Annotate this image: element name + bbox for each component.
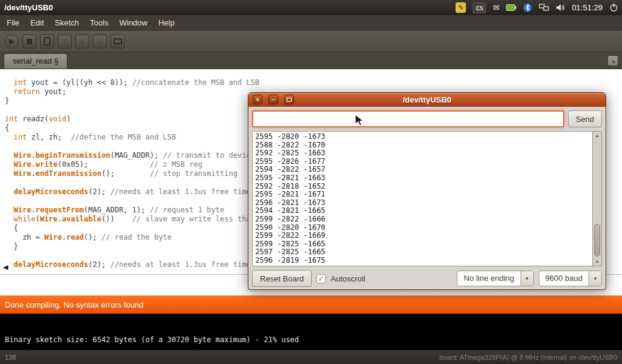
stop-button[interactable] bbox=[22, 35, 36, 49]
serial-line: 2595 -2826 -1677 bbox=[255, 158, 592, 166]
serial-output-lines: 2595 -2820 -16732588 -2822 -16702592 -28… bbox=[253, 132, 592, 266]
tab-label: serial_read § bbox=[13, 56, 58, 66]
menu-sketch[interactable]: Sketch bbox=[49, 15, 84, 31]
check-icon: ✓ bbox=[318, 275, 324, 283]
minimize-button[interactable]: − bbox=[268, 95, 278, 104]
serial-monitor-title: /dev/ttyUSB0 bbox=[248, 93, 606, 107]
serial-monitor-body: Send 2595 -2820 -16732588 -2822 -1670259… bbox=[248, 107, 606, 291]
autoscroll-checkbox[interactable]: ✓ bbox=[316, 274, 326, 283]
serial-line: 2596 -2821 -1673 bbox=[255, 199, 592, 207]
editor-scroll-left-icon[interactable]: ◀ bbox=[3, 263, 8, 271]
serial-line: 2596 -2819 -1675 bbox=[255, 257, 592, 265]
serial-line: 2599 -2825 -1665 bbox=[255, 240, 592, 249]
menu-help[interactable]: Help bbox=[153, 15, 180, 31]
toolbar: ▶ ↑ ↓ → bbox=[0, 31, 622, 52]
power-icon[interactable] bbox=[609, 3, 618, 12]
serial-line: 2588 -2822 -1670 bbox=[255, 141, 592, 150]
serial-line: 2594 -2822 -1657 bbox=[255, 166, 592, 174]
serial-monitor-window: × − /dev/ttyUSB0 Send 2595 -2820 -167325… bbox=[248, 92, 606, 290]
tab-serial-read[interactable]: serial_read § bbox=[4, 53, 67, 69]
reset-board-button[interactable]: Reset Board bbox=[252, 270, 312, 287]
serial-line: 2595 -2821 -1671 bbox=[255, 190, 592, 199]
bluetooth-icon[interactable] bbox=[523, 3, 532, 12]
console-text: Binary sketch size: 6542 bytes (of a 307… bbox=[5, 335, 299, 344]
serial-scrollbar[interactable]: ▲ ▼ bbox=[592, 132, 601, 266]
volume-icon[interactable] bbox=[556, 4, 565, 12]
chevron-down-icon[interactable]: ▾ bbox=[521, 271, 533, 286]
top-panel: /dev/ttyUSB0 ✎ cs ✉ 01:51:29 bbox=[0, 0, 622, 15]
menu-file[interactable]: File bbox=[1, 15, 25, 31]
verify-button[interactable]: ▶ bbox=[5, 35, 19, 49]
serial-line: 2592 -2825 -1663 bbox=[255, 149, 592, 158]
serial-line: 2594 -2821 -1665 bbox=[255, 207, 592, 215]
save-button[interactable]: ↓ bbox=[75, 35, 89, 49]
baud-rate-select[interactable]: 9600 baud ▾ bbox=[539, 271, 602, 286]
serial-output: 2595 -2820 -16732588 -2822 -16702592 -28… bbox=[252, 131, 602, 266]
chevron-down-icon[interactable]: ▾ bbox=[589, 271, 601, 286]
menu-tools[interactable]: Tools bbox=[84, 15, 114, 31]
code-line: int yout = (yl|(yh << 8)); //concatenate… bbox=[5, 78, 622, 87]
new-sketch-icon bbox=[44, 37, 50, 46]
upload-button[interactable]: → bbox=[93, 35, 107, 49]
menu-edit[interactable]: Edit bbox=[25, 15, 49, 31]
new-sketch-button[interactable] bbox=[40, 35, 54, 49]
status-bar: Done compiling. No syntax errors found bbox=[0, 295, 622, 314]
status-message: Done compiling. No syntax errors found bbox=[0, 300, 143, 309]
menu-bar: File Edit Sketch Tools Window Help bbox=[0, 15, 622, 31]
serial-line: 2597 -2825 -1665 bbox=[255, 248, 592, 257]
battery-icon[interactable] bbox=[506, 4, 516, 11]
scroll-up-icon[interactable]: ▲ bbox=[593, 132, 601, 140]
notes-icon[interactable]: ✎ bbox=[456, 2, 466, 13]
serial-line: 2599 -2822 -1666 bbox=[255, 215, 592, 224]
serial-line: 2599 -2822 -1669 bbox=[255, 232, 592, 240]
menu-window[interactable]: Window bbox=[114, 15, 152, 31]
console-output: Binary sketch size: 6542 bytes (of a 307… bbox=[0, 314, 622, 350]
scroll-down-icon[interactable]: ▼ bbox=[593, 258, 601, 266]
network-icon[interactable] bbox=[539, 4, 549, 12]
indicator-area: ✎ cs ✉ 01:51:29 bbox=[456, 0, 622, 15]
scrollbar-thumb[interactable] bbox=[594, 224, 600, 256]
serial-line: 2595 -2820 -1673 bbox=[255, 133, 592, 141]
open-button[interactable]: ↑ bbox=[58, 35, 72, 49]
ide-status-strip: 138 board: ATmega328P(A) @ 8 MHz (intern… bbox=[0, 350, 622, 364]
serial-input[interactable] bbox=[252, 110, 564, 127]
desktop: /dev/ttyUSB0 ✎ cs ✉ 01:51:29 File bbox=[0, 0, 622, 364]
serial-line: 2592 -2818 -1652 bbox=[255, 183, 592, 191]
mail-icon[interactable]: ✉ bbox=[493, 3, 499, 12]
board-info: board: ATmega328P(A) @ 8 MHz (internal) … bbox=[439, 354, 622, 361]
close-button[interactable]: × bbox=[253, 95, 262, 104]
serial-monitor-titlebar[interactable]: × − /dev/ttyUSB0 bbox=[248, 93, 606, 107]
keyboard-layout-indicator[interactable]: cs bbox=[473, 2, 486, 13]
tab-list-button[interactable]: ↘ bbox=[607, 55, 618, 66]
autoscroll-label: Autoscroll bbox=[330, 274, 365, 283]
serial-monitor-controls: Reset Board ✓ Autoscroll No line ending … bbox=[252, 270, 602, 287]
line-number: 138 bbox=[0, 354, 16, 361]
serial-line: 2595 -2821 -1663 bbox=[255, 174, 592, 183]
serial-monitor-button[interactable] bbox=[111, 35, 125, 49]
mouse-cursor bbox=[355, 114, 364, 127]
stop-icon bbox=[27, 39, 32, 44]
serial-monitor-icon bbox=[114, 38, 122, 44]
serial-line: 2590 -2820 -1670 bbox=[255, 224, 592, 232]
window-buttons: × − bbox=[253, 95, 294, 104]
line-ending-select[interactable]: No line ending ▾ bbox=[457, 271, 533, 286]
line-ending-value: No line ending bbox=[457, 271, 520, 286]
maximize-icon bbox=[287, 98, 292, 102]
serial-input-row: Send bbox=[252, 110, 602, 127]
window-title: /dev/ttyUSB0 bbox=[0, 3, 53, 12]
clock[interactable]: 01:51:29 bbox=[572, 3, 603, 12]
tab-bar: serial_read § ↘ bbox=[0, 52, 622, 69]
maximize-button[interactable] bbox=[284, 95, 294, 104]
baud-rate-value: 9600 baud bbox=[539, 271, 589, 286]
send-button[interactable]: Send bbox=[568, 110, 602, 127]
